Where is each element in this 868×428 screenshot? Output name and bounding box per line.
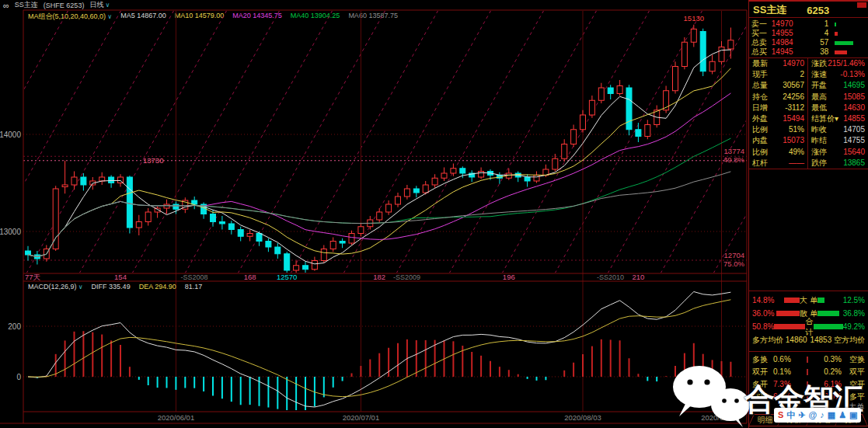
quote-label: 开盘 xyxy=(811,80,827,91)
quote-row: 最新14970涨跌215/1.46% xyxy=(749,58,868,69)
split-right-pct: 12.5% xyxy=(843,296,865,304)
quote-value: 14630 xyxy=(843,103,865,113)
quote-row: 日增-3112最低14630 xyxy=(749,103,868,113)
quote-label: 比例 xyxy=(752,147,768,158)
book-volume-bar xyxy=(835,23,866,26)
quote-row: 比例51%昨收14705 xyxy=(749,124,868,135)
svg-text:12570: 12570 xyxy=(277,273,297,281)
svg-text:-SS2010: -SS2010 xyxy=(597,273,624,281)
chart-canvas[interactable]: 140001300020001377449.8%1270475.0%137301… xyxy=(0,0,748,428)
book-label: 买一 xyxy=(751,29,772,38)
flow-label: 双开 xyxy=(752,366,773,378)
book-row: 总卖1498457 xyxy=(749,38,868,47)
quote-value: 30567 xyxy=(783,80,804,91)
split-left-bar xyxy=(774,324,805,329)
svg-text:75.0%: 75.0% xyxy=(723,259,744,268)
svg-text:13000: 13000 xyxy=(0,228,21,236)
quote-label: 昨结 xyxy=(811,135,827,146)
quote-value: -0.13% xyxy=(840,69,865,80)
flow-value: 0.6% xyxy=(773,353,798,366)
quote-value: 13865 xyxy=(843,158,865,169)
flow-tick xyxy=(798,369,817,375)
flow-value: 0.3% xyxy=(817,353,842,366)
share-icon[interactable]: S xyxy=(778,408,783,423)
flow-value: 0.2% xyxy=(817,366,842,378)
book-volume-bar xyxy=(835,50,866,54)
quote-label: 最低 xyxy=(811,103,827,113)
book-label: 总买 xyxy=(751,47,772,57)
quote-value: 15640 xyxy=(843,147,865,158)
quote-value: 14755 xyxy=(843,135,865,146)
quote-value: 15073 xyxy=(783,135,804,146)
chevron-down-icon: ∨ xyxy=(77,284,83,291)
flow-row: 多换0.6%0.3%空换 xyxy=(749,353,868,366)
quote-value: -3112 xyxy=(785,103,804,113)
quote-value: 14855 xyxy=(843,113,865,124)
svg-text:154: 154 xyxy=(114,273,127,281)
quote-value: 215/1.46% xyxy=(828,58,865,69)
quote-label: 比例 xyxy=(752,124,768,135)
share-icon[interactable]: 中 xyxy=(786,408,795,423)
share-icon[interactable]: ▦ xyxy=(828,408,835,423)
quote-value: 14695 xyxy=(843,80,865,91)
share-icon[interactable]: ✈ xyxy=(798,408,805,423)
quote-label: 日增 xyxy=(752,103,768,113)
svg-text:12704: 12704 xyxy=(724,251,744,259)
macd-combo-selector[interactable]: MACD(12,26,9) ∨ xyxy=(28,283,83,291)
flow-row: 双开0.1%0.2%双平 xyxy=(749,366,868,378)
split-right-bar xyxy=(817,311,842,316)
macd-value-label: DIFF 335.49 xyxy=(92,283,131,291)
share-icon[interactable]: ▣ xyxy=(849,408,857,423)
order-split-row: 14.8%大 单12.5% xyxy=(749,294,868,307)
quote-value: 49% xyxy=(789,147,804,158)
book-price: 14955 xyxy=(772,29,801,38)
book-row: 卖一149701 xyxy=(749,19,868,29)
quote-row: 持仓24256最高15085 xyxy=(749,92,868,103)
split-right-pct: 36.8% xyxy=(843,309,865,318)
svg-text:15130: 15130 xyxy=(684,14,704,23)
share-icon[interactable]: @ xyxy=(809,408,817,423)
split-right-bar xyxy=(817,298,842,303)
quote-label: 持仓 xyxy=(752,92,768,103)
quote-row: 内盘15073昨结14755 xyxy=(749,135,868,146)
quote-label: 最高 xyxy=(811,92,827,103)
split-left-pct: 50.8% xyxy=(752,322,774,331)
flow-tick xyxy=(798,357,817,363)
wechat-logo-icon xyxy=(668,364,752,428)
quote-label: 涨速 xyxy=(811,69,827,80)
quote-row: 总量30567开盘14695 xyxy=(749,80,868,91)
quote-row: 外盘15494结算价▾14855 xyxy=(749,113,868,124)
quote-label[interactable]: 结算价▾ xyxy=(811,113,838,124)
split-left-pct: 36.0% xyxy=(752,309,774,318)
quote-value: 14970 xyxy=(783,58,804,69)
split-left-bar xyxy=(774,311,799,316)
quote-value: —— xyxy=(789,158,804,169)
avg-price-row: 多方均价 14860 14853 空方均价 xyxy=(749,334,868,346)
svg-text:182: 182 xyxy=(373,273,385,281)
quote-panel: SS主连 6253 卖一149701买一149554总卖1498457总买149… xyxy=(748,0,868,428)
book-volume-bar xyxy=(835,32,866,36)
svg-text:49.8%: 49.8% xyxy=(723,155,744,164)
book-price: 14984 xyxy=(772,38,801,47)
svg-text:0: 0 xyxy=(16,373,21,381)
split-right-bar xyxy=(814,324,843,329)
quote-label: 昨收 xyxy=(811,124,827,135)
quote-panel-header: SS主连 6253 xyxy=(749,3,868,18)
quote-label: 总量 xyxy=(752,80,768,91)
svg-text:2020/07/01: 2020/07/01 xyxy=(343,413,380,422)
svg-text:210: 210 xyxy=(632,273,644,281)
quote-value: 15085 xyxy=(843,92,865,103)
share-icon[interactable]: ♪ xyxy=(820,408,824,423)
split-left-pct: 14.8% xyxy=(752,296,774,304)
quote-label: 涨停 xyxy=(811,147,827,158)
split-label: 大 单 xyxy=(800,295,817,306)
order-split-row: 50.8%合 计49.2% xyxy=(749,320,868,333)
quote-label: 涨跌 xyxy=(811,58,827,69)
quote-label: 最新 xyxy=(752,58,768,69)
quote-row: 现手2涨速-0.13% xyxy=(749,69,868,80)
svg-text:196: 196 xyxy=(503,273,515,281)
svg-text:14000: 14000 xyxy=(0,130,21,139)
quote-row: 杠杆——跌停13865 xyxy=(749,158,868,169)
book-qty: 1 xyxy=(801,19,829,29)
share-icon[interactable]: ♟ xyxy=(838,408,846,423)
